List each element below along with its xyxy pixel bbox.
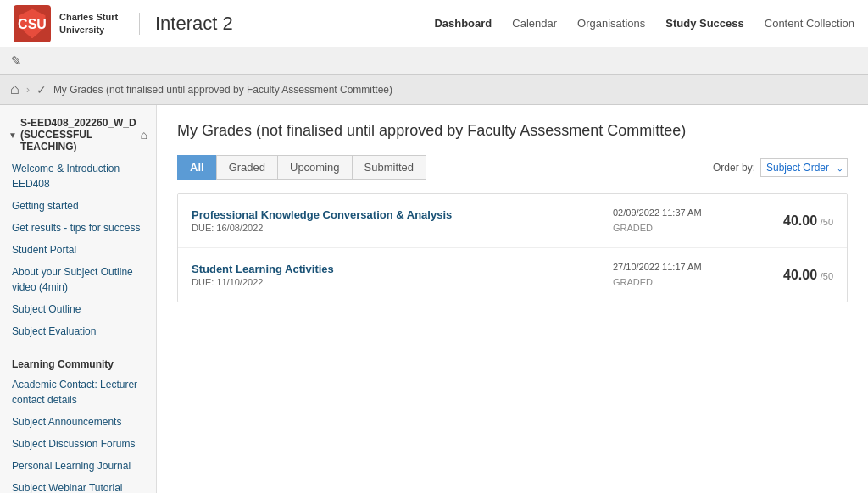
sidebar: ▼ S-EED408_202260_W_D (SUCCESSFUL TEACHI…: [0, 105, 157, 493]
grade-name-2[interactable]: Student Learning Activities: [192, 263, 613, 275]
page-title: My Grades (not finalised until approved …: [177, 122, 848, 140]
order-by-area: Order by: Subject Order: [713, 158, 848, 177]
main-layout: ▼ S-EED408_202260_W_D (SUCCESSFUL TEACHI…: [0, 105, 868, 493]
main-nav: Dashboard Calendar Organisations Study S…: [434, 17, 854, 30]
toolbar-bar: ✎: [0, 47, 868, 75]
sidebar-section-learning-community: Learning Community: [0, 350, 156, 374]
order-by-select[interactable]: Subject Order: [760, 158, 848, 177]
sidebar-item-subject-evaluation[interactable]: Subject Evaluation: [0, 320, 156, 342]
sidebar-item-subject-outline-video[interactable]: About your Subject Outline video (4min): [0, 261, 156, 298]
grade-name-col-1: Professional Knowledge Conversation & An…: [192, 208, 613, 233]
edit-icon[interactable]: ✎: [7, 52, 25, 70]
subject-label: (SUCCESSFUL TEACHING): [20, 129, 92, 152]
sidebar-item-academic-contact[interactable]: Academic Contact: Lecturer contact detai…: [0, 374, 156, 411]
tab-graded[interactable]: Graded: [216, 155, 278, 180]
grade-score-2: 40.00: [783, 268, 817, 282]
sidebar-item-welcome[interactable]: Welcome & Introduction EED408: [0, 158, 156, 195]
sidebar-subject-title: S-EED408_202260_W_D (SUCCESSFUL TEACHING…: [20, 117, 137, 152]
grade-score-col-1: 40.00 /50: [765, 213, 833, 229]
table-row: Student Learning Activities DUE: 11/10/2…: [178, 248, 847, 302]
order-by-label: Order by:: [713, 162, 755, 174]
nav-calendar[interactable]: Calendar: [512, 17, 557, 30]
app-title: Interact 2: [139, 13, 233, 35]
tab-upcoming[interactable]: Upcoming: [277, 155, 353, 180]
grade-name-1[interactable]: Professional Knowledge Conversation & An…: [192, 208, 613, 221]
grade-date-2: 27/10/2022 11:17 AM: [613, 260, 765, 275]
sidebar-item-getting-started[interactable]: Getting started: [0, 195, 156, 217]
grade-max-1: /50: [821, 217, 833, 227]
nav-content-collection[interactable]: Content Collection: [765, 17, 854, 30]
grade-name-col-2: Student Learning Activities DUE: 11/10/2…: [192, 263, 613, 287]
grade-date-col-2: 27/10/2022 11:17 AM GRADED: [613, 260, 765, 290]
sidebar-collapse-icon[interactable]: ▼: [8, 130, 17, 140]
filter-tabs-bar: All Graded Upcoming Submitted Order by: …: [177, 155, 848, 180]
logo-text: Charles Sturt University: [59, 11, 118, 36]
sidebar-item-subject-webinar[interactable]: Subject Webinar Tutorial: [0, 477, 156, 493]
table-row: Professional Knowledge Conversation & An…: [178, 194, 847, 248]
breadcrumb-text: My Grades (not finalised until approved …: [53, 84, 392, 96]
nav-study-success[interactable]: Study Success: [665, 17, 744, 30]
top-navigation: CSU Charles Sturt University Interact 2 …: [0, 0, 868, 47]
grades-table: Professional Knowledge Conversation & An…: [177, 193, 848, 302]
sidebar-item-subject-discussion-forums[interactable]: Subject Discussion Forums: [0, 433, 156, 455]
sidebar-subject-home-icon[interactable]: ⌂: [141, 128, 147, 141]
sidebar-divider: [0, 346, 156, 346]
grade-date-1: 02/09/2022 11:37 AM: [613, 206, 765, 221]
sidebar-item-student-portal[interactable]: Student Portal: [0, 239, 156, 261]
sidebar-subject-header: ▼ S-EED408_202260_W_D (SUCCESSFUL TEACHI…: [0, 112, 156, 158]
grade-date-col-1: 02/09/2022 11:37 AM GRADED: [613, 206, 765, 235]
breadcrumb-bar: ⌂ › ✓ My Grades (not finalised until app…: [0, 75, 868, 105]
sidebar-item-personal-learning-journal[interactable]: Personal Learning Journal: [0, 455, 156, 477]
sidebar-item-get-results[interactable]: Get results - tips for success: [0, 217, 156, 239]
nav-organisations[interactable]: Organisations: [577, 17, 645, 30]
grade-status-2: GRADED: [613, 275, 765, 291]
grade-max-2: /50: [821, 271, 833, 281]
csu-logo-icon: CSU: [14, 5, 51, 42]
content-area: My Grades (not finalised until approved …: [157, 105, 868, 493]
breadcrumb-home-icon[interactable]: ⌂: [10, 80, 19, 98]
grade-due-1: DUE: 16/08/2022: [192, 223, 613, 233]
tab-all[interactable]: All: [177, 155, 217, 180]
svg-text:CSU: CSU: [18, 17, 47, 31]
subject-code: S-EED408_202260_W_D: [20, 117, 136, 129]
breadcrumb-separator: ›: [26, 84, 30, 96]
breadcrumb-check-icon: ✓: [36, 83, 47, 97]
grade-score-1: 40.00: [783, 213, 817, 228]
order-by-wrapper: Subject Order: [760, 158, 848, 177]
grade-score-col-2: 40.00 /50: [765, 268, 833, 283]
sidebar-item-subject-outline[interactable]: Subject Outline: [0, 298, 156, 320]
grade-status-1: GRADED: [613, 221, 765, 236]
logo-area: CSU Charles Sturt University: [14, 5, 124, 42]
grade-due-2: DUE: 11/10/2022: [192, 277, 613, 287]
nav-dashboard[interactable]: Dashboard: [434, 17, 492, 30]
sidebar-item-subject-announcements[interactable]: Subject Announcements: [0, 411, 156, 433]
tab-submitted[interactable]: Submitted: [352, 155, 427, 180]
